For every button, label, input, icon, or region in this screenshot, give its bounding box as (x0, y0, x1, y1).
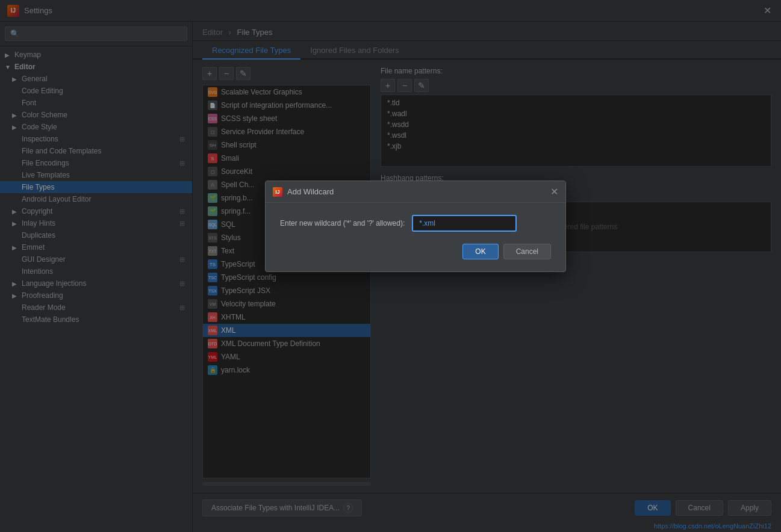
wildcard-input[interactable] (412, 215, 517, 232)
dialog-title-left: IJ Add Wildcard (273, 187, 334, 197)
dialog-app-icon: IJ (273, 187, 282, 197)
dialog-buttons: OK Cancel (280, 244, 551, 259)
add-wildcard-dialog: IJ Add Wildcard ✕ Enter new wildcard ('*… (265, 181, 566, 272)
dialog-close-button[interactable]: ✕ (550, 186, 558, 197)
dialog-title-bar: IJ Add Wildcard ✕ (266, 181, 565, 203)
dialog-label: Enter new wildcard ('*' and '?' allowed)… (280, 219, 405, 227)
dialog-cancel-button[interactable]: Cancel (503, 244, 551, 259)
dialog-overlay: IJ Add Wildcard ✕ Enter new wildcard ('*… (0, 0, 781, 532)
dialog-body: Enter new wildcard ('*' and '?' allowed)… (266, 203, 565, 271)
dialog-title: Add Wildcard (287, 187, 334, 196)
dialog-ok-button[interactable]: OK (462, 244, 498, 259)
dialog-input-row: Enter new wildcard ('*' and '?' allowed)… (280, 215, 551, 232)
settings-window: IJ Settings ✕ ▶ Keymap ▼ Editor (0, 0, 781, 532)
